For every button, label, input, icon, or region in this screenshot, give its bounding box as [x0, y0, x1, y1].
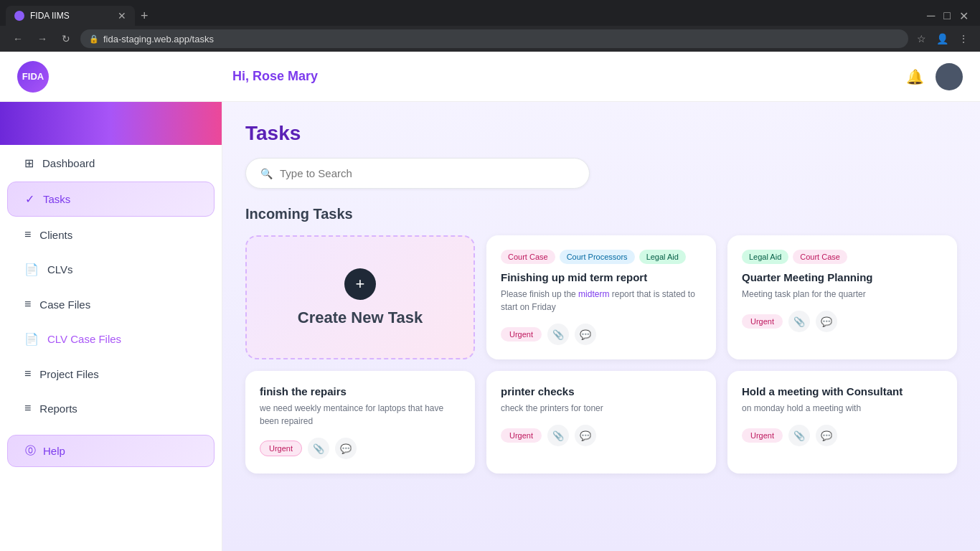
address-bar[interactable]: 🔒 fida-staging.web.app/tasks [80, 29, 908, 48]
tag-court-case-2: Court Case [793, 250, 847, 264]
header-greeting: Hi, Rose Mary [232, 69, 906, 84]
sidebar-bottom: ⓪ Help [0, 426, 222, 476]
task-footer-1: Urgent 📎 💬 [501, 324, 702, 345]
sidebar-label-tasks: Tasks [43, 193, 70, 205]
attachment-icon-2[interactable]: 📎 [788, 311, 810, 332]
comment-icon-4[interactable]: 💬 [575, 425, 596, 446]
sidebar-label-clv-case-files: CLV Case Files [47, 333, 121, 345]
new-tab-btn[interactable]: + [138, 6, 151, 27]
sidebar-item-dashboard[interactable]: ⊞ Dashboard [7, 146, 215, 180]
sidebar-label-dashboard: Dashboard [42, 157, 95, 169]
tab-favicon [14, 11, 24, 21]
tasks-grid: + Create New Task Court Case Court Proce… [245, 235, 957, 474]
clvs-icon: 📄 [24, 263, 39, 276]
task-desc-4: check the printers for toner [501, 402, 702, 415]
main-area: ⊞ Dashboard ✓ Tasks ≡ Clients 📄 CLVs ≡ C… [0, 102, 980, 551]
task-title-3: finish the repairs [260, 385, 461, 397]
profile-icon[interactable]: 👤 [933, 32, 951, 46]
section-title: Incoming Tasks [245, 206, 957, 222]
search-input[interactable] [280, 167, 575, 179]
comment-icon-1[interactable]: 💬 [575, 324, 596, 345]
sidebar-label-clvs: CLVs [47, 263, 73, 276]
task-card-4[interactable]: printer checks check the printers for to… [486, 371, 716, 474]
extensions-icon[interactable]: ⋮ [956, 32, 971, 46]
active-tab[interactable]: FIDA IIMS ✕ [6, 6, 135, 26]
tag-legal-aid-2: Legal Aid [742, 250, 788, 264]
sidebar: ⊞ Dashboard ✓ Tasks ≡ Clients 📄 CLVs ≡ C… [0, 102, 222, 551]
desc-highlight-1: midterm [578, 289, 609, 299]
sidebar-label-clients: Clients [39, 229, 72, 241]
attachment-icon-3[interactable]: 📎 [308, 438, 329, 459]
app-wrapper: FIDA Hi, Rose Mary 🔔 ⊞ Dashboard ✓ Tasks… [0, 52, 980, 551]
sidebar-item-project-files[interactable]: ≡ Project Files [7, 357, 215, 390]
task-desc-2: Meeting task plan for the quarter [742, 288, 943, 301]
tag-court-case-1: Court Case [501, 250, 555, 264]
tab-close-btn[interactable]: ✕ [118, 10, 126, 22]
forward-btn[interactable]: → [33, 30, 52, 47]
task-footer-2: Urgent 📎 💬 [742, 311, 943, 332]
sidebar-item-clv-case-files[interactable]: 📄 CLV Case Files [7, 322, 215, 356]
task-title-4: printer checks [501, 385, 702, 397]
nav-bar: ← → ↻ 🔒 fida-staging.web.app/tasks ☆ 👤 ⋮ [0, 26, 980, 52]
close-btn[interactable]: ✕ [959, 9, 969, 23]
help-button[interactable]: ⓪ Help [7, 435, 215, 467]
tags-row-2: Legal Aid Court Case [742, 250, 943, 264]
sidebar-item-clients[interactable]: ≡ Clients [7, 218, 215, 251]
help-label: Help [43, 445, 65, 457]
urgent-badge-3: Urgent [260, 441, 302, 456]
task-card-3[interactable]: finish the repairs we need weekly mentai… [245, 371, 475, 474]
tasks-icon: ✓ [25, 192, 34, 206]
comment-icon-3[interactable]: 💬 [335, 438, 357, 459]
attachment-icon-4[interactable]: 📎 [547, 425, 569, 446]
search-icon: 🔍 [260, 168, 273, 179]
task-desc-1: Please finish up the midterm report that… [501, 288, 702, 314]
task-desc-5: on monday hold a meeting with [742, 402, 943, 415]
project-files-icon: ≡ [24, 367, 31, 380]
bell-icon[interactable]: 🔔 [906, 68, 924, 85]
search-bar[interactable]: 🔍 [245, 158, 590, 189]
page-title: Tasks [245, 122, 957, 145]
tags-row-1: Court Case Court Processors Legal Aid [501, 250, 702, 264]
back-btn[interactable]: ← [9, 30, 27, 47]
sidebar-item-tasks[interactable]: ✓ Tasks [7, 182, 215, 217]
sidebar-item-case-files[interactable]: ≡ Case Files [7, 288, 215, 321]
tag-legal-aid-1: Legal Aid [639, 250, 686, 264]
sidebar-item-clvs[interactable]: 📄 CLVs [7, 253, 215, 286]
clients-icon: ≡ [24, 228, 31, 241]
sidebar-banner [0, 102, 222, 145]
help-icon: ⓪ [25, 444, 36, 458]
refresh-btn[interactable]: ↻ [57, 30, 75, 47]
maximize-btn[interactable]: □ [943, 9, 951, 23]
minimize-btn[interactable]: ─ [927, 9, 935, 23]
urgent-badge-2: Urgent [742, 314, 783, 329]
urgent-badge-4: Urgent [501, 428, 542, 443]
tab-bar: FIDA IIMS ✕ + ─ □ ✕ [0, 0, 980, 26]
task-title-5: Hold a meeting with Consultant [742, 385, 943, 397]
comment-icon-5[interactable]: 💬 [816, 425, 837, 446]
task-title-1: Finishing up mid term report [501, 271, 702, 283]
tag-court-processors-1: Court Processors [560, 250, 635, 264]
reports-icon: ≡ [24, 402, 31, 415]
task-title-2: Quarter Meeting Planning [742, 271, 943, 283]
logo-area: FIDA [17, 61, 232, 93]
attachment-icon-5[interactable]: 📎 [788, 425, 810, 446]
header-icons: 🔔 [906, 63, 963, 90]
task-card-1[interactable]: Court Case Court Processors Legal Aid Fi… [486, 235, 716, 359]
create-task-label: Create New Task [298, 309, 423, 327]
attachment-icon-1[interactable]: 📎 [547, 324, 569, 345]
bookmark-icon[interactable]: ☆ [914, 32, 929, 46]
task-card-2[interactable]: Legal Aid Court Case Quarter Meeting Pla… [727, 235, 957, 359]
nav-actions: ☆ 👤 ⋮ [914, 32, 971, 46]
avatar[interactable] [936, 63, 963, 90]
sidebar-label-project-files: Project Files [39, 368, 99, 380]
sidebar-item-reports[interactable]: ≡ Reports [7, 392, 215, 425]
urgent-badge-1: Urgent [501, 327, 542, 342]
task-desc-3: we need weekly mentaince for laptops tha… [260, 402, 461, 428]
comment-icon-2[interactable]: 💬 [816, 311, 837, 332]
sidebar-label-case-files: Case Files [39, 298, 90, 311]
clv-case-files-icon: 📄 [24, 332, 39, 346]
lock-icon: 🔒 [89, 34, 99, 44]
task-card-5[interactable]: Hold a meeting with Consultant on monday… [727, 371, 957, 474]
create-task-card[interactable]: + Create New Task [245, 235, 475, 359]
create-plus-icon: + [344, 268, 376, 300]
